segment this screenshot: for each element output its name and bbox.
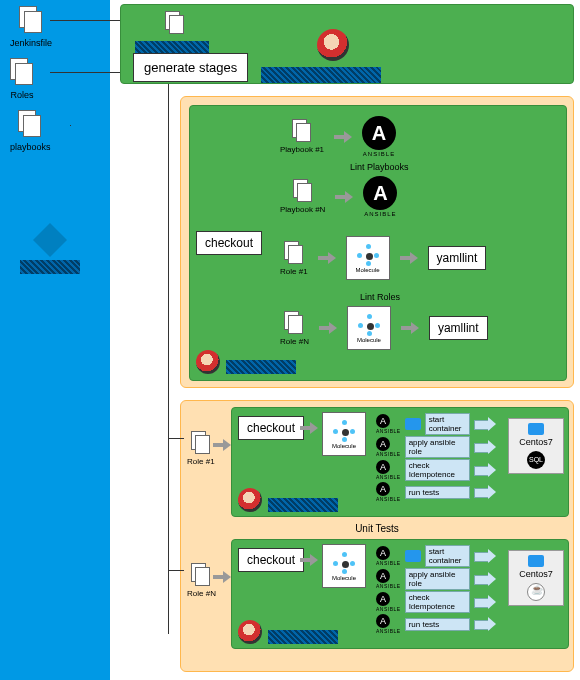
arrow-icon (474, 463, 496, 477)
arrow-icon (300, 422, 318, 434)
sql-icon: SQL (527, 451, 545, 469)
target-1-label: Centos7 (511, 437, 561, 447)
step-apply: AANSIBLE apply ansible role (376, 568, 496, 590)
ansible-mini: AANSIBLE (376, 569, 401, 589)
arrow-icon (335, 191, 353, 203)
step-start: AANSIBLE start container (376, 545, 496, 567)
documents-icon (18, 110, 42, 138)
roles-label: Roles (10, 90, 33, 100)
unit-role-1: checkout Molecule AANSIBLE start contain… (231, 407, 569, 517)
playbook-row-1: Playbook #1 A ANSIBLE (280, 116, 396, 157)
role-n-label: Role #N (280, 337, 309, 346)
lint-roles-title: Lint Roles (360, 292, 400, 302)
connector (168, 570, 184, 571)
target-2-label: Centos7 (511, 569, 561, 579)
arrow-icon (474, 617, 496, 631)
role-n-label: Role #N (187, 589, 216, 598)
unit-tests-section: checkout Molecule AANSIBLE start contain… (180, 400, 574, 672)
step-apply-label: apply ansible role (405, 436, 470, 458)
sidebar-item-roles: Roles (10, 58, 34, 100)
sidebar: Jenkinsfile Roles playbooks (0, 0, 110, 680)
arrow-icon (300, 554, 318, 566)
sidebar-item-jenkinsfile: Jenkinsfile (10, 6, 52, 48)
ansible-logo: A ANSIBLE (363, 176, 397, 217)
step-idem: AANSIBLE check Idempotence (376, 591, 496, 613)
unit-jenkins-n (238, 620, 338, 644)
connector (70, 125, 71, 126)
generate-stages-button[interactable]: generate stages (133, 53, 248, 82)
target-centos7-1: Centos7 SQL (508, 418, 564, 474)
step-apply-label: apply ansible role (405, 568, 470, 590)
role-row-1: Role #1 Molecule yamllint (280, 236, 486, 280)
arrow-icon (401, 322, 419, 334)
steps-col: AANSIBLE start container AANSIBLE apply … (376, 544, 496, 635)
ansible-logo: A ANSIBLE (362, 116, 396, 157)
playbook-1: Playbook #1 (280, 119, 324, 154)
arrow-icon (213, 439, 231, 451)
sidebar-git (20, 220, 80, 274)
connector-vertical (168, 84, 169, 634)
hatched-placeholder (20, 260, 80, 274)
step-idem: AANSIBLE check Idempotence (376, 459, 496, 481)
ansible-mini: AANSIBLE (376, 482, 401, 502)
docker-icon (405, 418, 421, 430)
connector (50, 72, 120, 73)
yamllint-button[interactable]: yamllint (428, 246, 487, 270)
git-icon (33, 223, 67, 257)
step-idem-label: check Idempotence (405, 459, 470, 481)
documents-icon (191, 431, 211, 455)
ansible-mini: AANSIBLE (376, 546, 401, 566)
arrow-icon (400, 252, 418, 264)
role-1: Role #1 (280, 241, 308, 276)
documents-icon (10, 58, 34, 86)
playbook-row-n: Playbook #N A ANSIBLE (280, 176, 397, 217)
yamllint-button[interactable]: yamllint (429, 316, 488, 340)
molecule-icon: Molecule (346, 236, 390, 280)
documents-icon (284, 311, 304, 335)
step-run-label: run tests (405, 618, 470, 631)
arrow-icon (474, 595, 496, 609)
jenkins-icon (317, 29, 349, 61)
docker-icon (405, 550, 421, 562)
checkout-button[interactable]: checkout (238, 548, 304, 572)
docker-icon (528, 423, 544, 435)
ansible-text: ANSIBLE (363, 211, 397, 217)
documents-icon (191, 563, 211, 587)
molecule-icon: Molecule (347, 306, 391, 350)
step-run-label: run tests (405, 486, 470, 499)
steps-col: AANSIBLE start container AANSIBLE apply … (376, 412, 496, 503)
ansible-mini: AANSIBLE (376, 460, 401, 480)
molecule-label: Molecule (332, 443, 356, 449)
molecule-label: Molecule (357, 337, 381, 343)
step-idem-label: check Idempotence (405, 591, 470, 613)
docker-icon (528, 555, 544, 567)
arrow-icon (213, 571, 231, 583)
checkout-button[interactable]: checkout (238, 416, 304, 440)
connector (168, 438, 184, 439)
step-start: AANSIBLE start container (376, 413, 496, 435)
arrow-icon (474, 485, 496, 499)
molecule-label: Molecule (332, 575, 356, 581)
hatched-placeholder (268, 498, 338, 512)
ansible-mini: AANSIBLE (376, 414, 401, 434)
playbook-n: Playbook #N (280, 179, 325, 214)
step-start-label: start container (425, 413, 470, 435)
step-run: AANSIBLE run tests (376, 614, 496, 634)
molecule-icon: Molecule (322, 544, 366, 588)
molecule-icon: Molecule (322, 412, 366, 456)
lint-section: checkout Playbook #1 A ANSIBLE Lint Play… (180, 96, 574, 388)
jenkins-icon (196, 350, 220, 374)
checkout-button[interactable]: checkout (196, 231, 262, 255)
step-start-label: start container (425, 545, 470, 567)
documents-icon (293, 179, 313, 203)
ansible-mini: AANSIBLE (376, 592, 401, 612)
step-run: AANSIBLE run tests (376, 482, 496, 502)
role-1-input: Role #1 (187, 431, 215, 466)
arrow-icon (334, 131, 352, 143)
arrow-icon (319, 322, 337, 334)
java-icon (527, 583, 545, 601)
hatched-placeholder (226, 360, 296, 374)
playbook-1-label: Playbook #1 (280, 145, 324, 154)
hatched-placeholder (268, 630, 338, 644)
jenkins-icon (238, 488, 262, 512)
